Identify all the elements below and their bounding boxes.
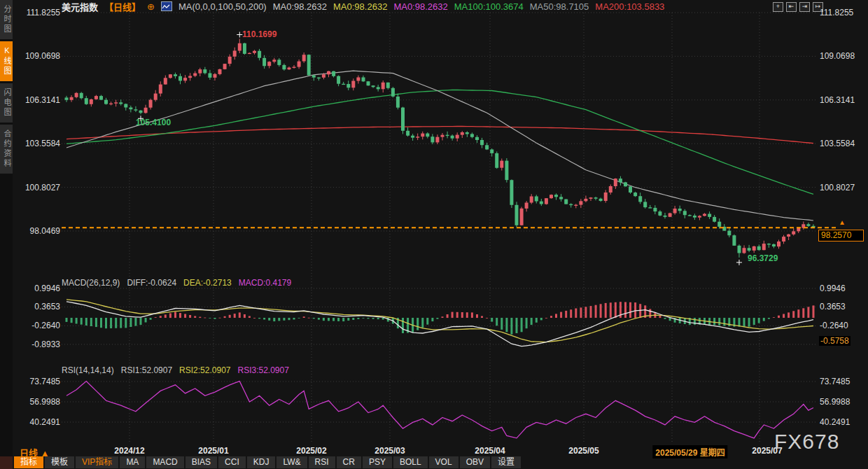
- pan-left-icon[interactable]: ⇤: [786, 2, 797, 12]
- chart-header: 美元指数 【日线】 ⊕ MA(0,0,0,100,50,200) MA0:98.…: [62, 1, 664, 12]
- rsi-axis-tick: 73.7485: [14, 377, 60, 386]
- ma0-value-a: MA0:98.2632: [273, 1, 327, 12]
- rsi-params: RSI(14,14,14): [62, 365, 114, 375]
- ma-params: MA(0,0,0,100,50,200): [178, 1, 267, 12]
- add-indicator-icon[interactable]: ⊕: [147, 1, 155, 12]
- price-axis-tick: 98.0469: [14, 226, 60, 236]
- tab-cr[interactable]: CR: [337, 456, 361, 468]
- ma-lines: [66, 71, 813, 220]
- symbol-name: 美元指数: [62, 0, 98, 13]
- macd-axis-tick: -0.8933: [14, 340, 60, 349]
- indicator-toolbar: 指标 模板 VIP指标 MA MACD BIAS CCI KDJ LW& RSI…: [14, 456, 521, 469]
- rsi-axis-tick: 56.9988: [14, 397, 60, 407]
- chart-mode-sidebar: 分时图 K线图 闪电图 合约资料: [0, 0, 13, 469]
- x-axis-label: 2025/03: [374, 446, 405, 456]
- x-axis-label: 2025/01: [198, 446, 228, 456]
- price-axis-tick: 111.8255: [14, 8, 60, 18]
- chart-plot[interactable]: [0, 0, 868, 469]
- macd-axis-tick: 0.9946: [14, 284, 60, 293]
- tab-psy[interactable]: PSY: [363, 456, 392, 468]
- period-tag: 【日线】: [104, 0, 141, 13]
- x-axis-label: 2025/02: [296, 446, 326, 456]
- tab-obv[interactable]: OBV: [460, 456, 490, 468]
- high-price-label: 110.1699: [242, 29, 276, 39]
- last-price-badge: 98.2570: [818, 230, 864, 241]
- sidebar-tab-lightning-chart[interactable]: 闪电图: [0, 83, 13, 122]
- price-axis-tick: 106.3141: [820, 95, 855, 105]
- price-axis-tick: 100.8027: [14, 183, 60, 192]
- macd-diff-value: DIFF:-0.0624: [127, 278, 176, 288]
- extreme-markers: [138, 31, 742, 265]
- price-axis-tick: 106.3141: [14, 95, 60, 105]
- sidebar-tab-kline-chart[interactable]: K线图: [0, 41, 13, 81]
- macd-header: MACD(26,12,9) DIFF:-0.0624 DEA:-0.2713 M…: [62, 278, 291, 288]
- tab-lw[interactable]: LW&: [276, 456, 307, 468]
- macd-axis-tick: -0.2640: [820, 321, 848, 330]
- sidebar-tab-time-chart[interactable]: 分时图: [0, 0, 13, 39]
- tab-macd[interactable]: MACD: [146, 456, 183, 468]
- macd-axis-tick: 0.9946: [820, 284, 846, 293]
- macd-lines: [66, 300, 813, 346]
- x-axis-label: 2025/04: [475, 446, 505, 456]
- rsi3-value: RSI3:52.0907: [238, 365, 289, 375]
- tab-vol[interactable]: VOL: [429, 456, 458, 468]
- macd-axis-tick: -0.2640: [14, 321, 60, 330]
- x-axis-label: 2024/12: [114, 446, 144, 456]
- macd-current-value-badge: -0.5758: [819, 336, 850, 346]
- trading-app-window: 美元指数 【日线】 ⊕ MA(0,0,0,100,50,200) MA0:98.…: [0, 0, 868, 469]
- price-axis-tick: 103.5584: [820, 139, 855, 148]
- rsi-line: [66, 382, 813, 438]
- macd-axis-tick: 0.3653: [14, 302, 60, 312]
- tab-vip-indicators[interactable]: VIP指标: [76, 456, 118, 468]
- chart-type-icon[interactable]: [161, 1, 172, 11]
- ma0-value-c: MA0:98.2632: [393, 1, 447, 12]
- rsi-axis-tick: 40.2491: [14, 417, 60, 427]
- tab-indicators[interactable]: 指标: [14, 456, 43, 468]
- selected-date-badge: 2025/05/29 星期四: [652, 445, 727, 458]
- dec-low-price-label: 105.4100: [136, 118, 171, 127]
- rsi-axis-tick: 73.7485: [820, 377, 850, 386]
- sidebar-tab-contract-info[interactable]: 合约资料: [0, 125, 13, 174]
- move-chart-icon[interactable]: +: [773, 2, 783, 12]
- fx678-watermark: FX678: [774, 430, 839, 454]
- rsi2-value: RSI2:52.0907: [179, 365, 230, 375]
- macd-hist-value: MACD:0.4179: [239, 278, 291, 288]
- time-axis: 日线 ▲ 2024/12 2025/01 2025/02 2025/03 202…: [0, 445, 868, 456]
- candlestick-series: [65, 39, 816, 258]
- tab-settings[interactable]: 设置: [491, 456, 521, 468]
- x-axis-label: 2025/05: [568, 446, 598, 456]
- ma200-value: MA200:103.5833: [595, 1, 664, 12]
- pan-right-icon[interactable]: ⇥: [799, 2, 810, 12]
- price-axis-tick: 109.0698: [14, 51, 60, 61]
- price-axis-tick: 103.5584: [14, 139, 60, 148]
- jun-low-price-label: 96.3729: [748, 253, 778, 263]
- ma50-value: MA50:98.7105: [530, 1, 589, 12]
- tab-boll[interactable]: BOLL: [393, 456, 428, 468]
- macd-dea-value: DEA:-0.2713: [183, 278, 232, 288]
- tab-templates[interactable]: 模板: [45, 456, 74, 468]
- rsi-axis-tick: 40.2491: [820, 417, 850, 427]
- rsi1-value: RSI1:52.0907: [121, 365, 172, 375]
- tab-rsi[interactable]: RSI: [309, 456, 335, 468]
- ma100-value: MA100:100.3674: [454, 1, 524, 12]
- tab-bias[interactable]: BIAS: [186, 456, 217, 468]
- rsi-header: RSI(14,14,14) RSI1:52.0907 RSI2:52.0907 …: [62, 365, 289, 375]
- tab-kdj[interactable]: KDJ: [247, 456, 276, 468]
- macd-axis-tick: 0.3653: [820, 302, 846, 312]
- tab-ma[interactable]: MA: [120, 456, 145, 468]
- last-price-arrow-icon: ▲: [839, 218, 846, 226]
- macd-params: MACD(26,12,9): [62, 278, 120, 288]
- price-axis-tick: 109.0698: [820, 51, 855, 61]
- price-axis-tick: 100.8027: [820, 183, 855, 192]
- ma0-value-b: MA0:98.2632: [333, 1, 387, 12]
- toolbar-corner-square: [0, 456, 13, 469]
- chart-nav-buttons: + ⇤ ⇥ ↦: [773, 2, 823, 12]
- rsi-axis-tick: 56.9988: [820, 397, 850, 407]
- tab-cci[interactable]: CCI: [218, 456, 246, 468]
- price-axis-tick: 111.8255: [820, 8, 853, 18]
